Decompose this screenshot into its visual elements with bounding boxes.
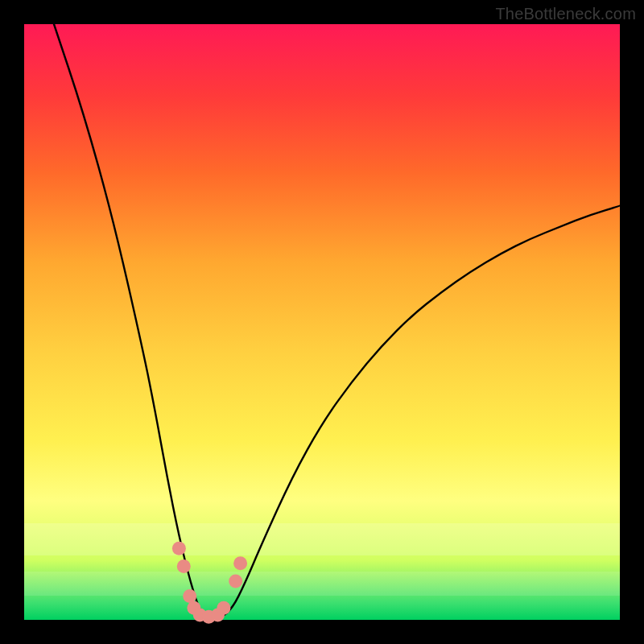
marker-dot [177,559,191,573]
bottleneck-curve [54,24,620,619]
curve-svg [24,24,620,620]
marker-dot [183,589,196,603]
marker-dot [172,542,186,555]
marker-dot [217,601,230,615]
watermark-text: TheBottleneck.com [495,5,636,23]
marker-dot [229,574,242,588]
plot-area [24,24,620,620]
marker-dot [233,556,247,570]
chart-stage: TheBottleneck.com [0,0,644,644]
